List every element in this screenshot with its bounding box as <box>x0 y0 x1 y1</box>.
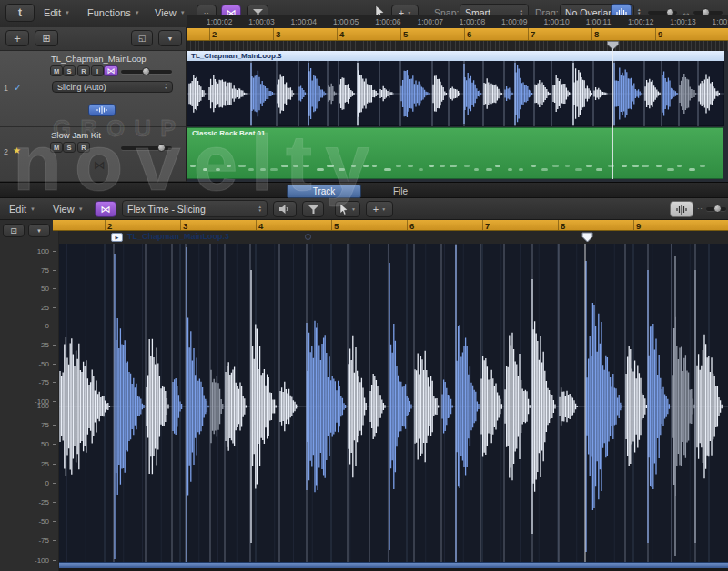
editor-pointer-tool-button[interactable]: ▼ <box>335 201 360 217</box>
chevron-down-icon: ▼ <box>180 10 186 15</box>
scale-label: 0 <box>25 479 49 487</box>
bar-tick <box>180 220 181 230</box>
track-button-r[interactable]: R <box>77 65 90 76</box>
scale-tick <box>53 540 56 541</box>
zoom-dots-icon: ∙∙ <box>697 205 703 213</box>
flex-mode-value: Slicing (Auto) <box>57 83 106 92</box>
menu-edit[interactable]: Edit▼ <box>44 7 70 18</box>
flex-icon: ⋈ <box>101 204 111 215</box>
audio-waveform[interactable] <box>187 61 724 126</box>
editor-filter-button[interactable] <box>302 201 324 217</box>
tab-track[interactable]: Track <box>287 185 361 198</box>
time-label: 1:00:11 <box>586 17 612 26</box>
scale-label: -50 <box>25 517 49 526</box>
add-track-button[interactable]: + <box>5 30 29 46</box>
editor-secondary-tool-button[interactable]: + ▼ <box>366 201 393 217</box>
bar-ruler[interactable]: 23456789 <box>187 28 728 41</box>
toolbar-button[interactable]: t <box>5 4 35 22</box>
bar-tick <box>633 220 634 230</box>
flex-slicing-mode-button[interactable] <box>88 104 116 116</box>
region-play-button[interactable]: ▶ <box>111 233 123 242</box>
menu-view-label: View <box>155 7 177 18</box>
menu-functions[interactable]: Functions▼ <box>87 7 140 18</box>
bar-tick <box>592 28 592 40</box>
pointer-tool-icon <box>339 204 349 215</box>
track-button-s[interactable]: S <box>63 65 76 76</box>
flex-enable-button[interactable]: ⋈ <box>104 65 118 76</box>
bar-number: 9 <box>658 29 662 39</box>
track-sort-button[interactable]: ◱ <box>131 30 153 46</box>
header-options-button[interactable]: ▼ <box>158 30 182 46</box>
track-button-s[interactable]: S <box>63 142 76 153</box>
scale-tick <box>53 502 56 503</box>
bar-number: 2 <box>107 221 112 231</box>
menu-functions-label: Functions <box>87 7 131 18</box>
scale-tick <box>53 364 56 365</box>
chevron-down-icon: ▼ <box>78 206 84 212</box>
track-button-r[interactable]: R <box>77 142 90 153</box>
track-number: 1 <box>4 84 8 93</box>
scale-label: -100 <box>25 556 49 565</box>
bar-number: 4 <box>339 29 344 39</box>
track-name[interactable]: Slow Jam Kit <box>51 130 101 140</box>
track1-volume-slider[interactable] <box>121 70 172 74</box>
scale-tick <box>53 444 56 445</box>
bar-tick <box>464 28 465 40</box>
slider-knob[interactable] <box>142 67 150 75</box>
scale-tick <box>53 425 56 426</box>
time-label: 1:00:13 <box>670 17 695 26</box>
bar-tick <box>256 220 257 230</box>
bar-number: 7 <box>531 29 535 39</box>
scale-label: 50 <box>25 285 49 293</box>
scale-label: 75 <box>25 421 49 429</box>
editor-flex-button[interactable]: ⋈ <box>95 201 116 217</box>
loop-circle-icon[interactable] <box>305 234 311 240</box>
updown-arrows-icon: ▲▼ <box>258 205 262 213</box>
bar-tick <box>482 220 483 230</box>
scale-label: -75 <box>25 536 49 545</box>
editor-zoom-slider[interactable] <box>706 207 726 211</box>
editor-waveform-zoom-button[interactable] <box>670 201 693 217</box>
scale-label: 50 <box>25 440 49 448</box>
scale-label: 100 <box>25 247 49 255</box>
flex-time-dropdown[interactable]: Flex Time - Slicing ▲▼ <box>122 200 268 217</box>
slider-knob[interactable] <box>713 205 722 213</box>
time-ruler[interactable]: 1:00:021:00:031:00:041:00:051:00:061:00:… <box>187 15 728 29</box>
track-button-i[interactable]: I <box>91 65 104 76</box>
duplicate-track-button[interactable]: ⊞ <box>35 30 58 46</box>
editor-menu-view[interactable]: View▼ <box>53 204 84 215</box>
editor-region-header[interactable]: ▶ TL_Chapman_MainLoop.3 <box>103 231 728 244</box>
slider-knob[interactable] <box>157 144 166 152</box>
editor-menu-view-label: View <box>53 204 75 215</box>
track-button-m[interactable]: M <box>50 65 63 76</box>
bar-tick <box>337 28 338 40</box>
midi-region[interactable]: Classic Rock Beat 01 <box>187 127 723 179</box>
editor-bar-ruler[interactable]: 23456789 <box>53 220 728 231</box>
catch-playhead-button[interactable]: ⊡ <box>3 224 25 237</box>
region-name: Classic Rock Beat 01 <box>192 129 266 137</box>
flex-time-value: Flex Time - Slicing <box>127 204 206 215</box>
funnel-icon <box>308 205 318 214</box>
scale-label: 25 <box>25 460 49 468</box>
scale-label: 75 <box>25 266 49 275</box>
editor-disclosure-button[interactable]: ▼ <box>28 224 50 237</box>
speaker-icon <box>279 205 290 214</box>
scale-tick <box>53 307 56 308</box>
flex-marker-handle[interactable] <box>581 232 593 243</box>
editor-menu-edit[interactable]: Edit▼ <box>9 204 35 215</box>
track-button-m[interactable]: M <box>50 142 63 153</box>
bar-number: 3 <box>183 221 187 231</box>
track-selected-check-icon[interactable]: ✓ <box>14 82 22 94</box>
flex-mode-dropdown[interactable]: Slicing (Auto) ▲▼ <box>52 81 173 93</box>
editor-waveform[interactable] <box>59 244 728 562</box>
logic-pro-window: t Edit▼ Functions▼ View▼ ∙∙ ⋈ + ▼ Snap: … <box>0 0 728 571</box>
scale-tick <box>53 251 56 252</box>
bar-number: 3 <box>276 29 280 39</box>
track2-volume-slider[interactable] <box>121 146 172 150</box>
menu-view[interactable]: View▼ <box>155 7 186 18</box>
audio-region-header[interactable]: TL_Chapman_MainLoop.3 <box>187 51 724 61</box>
bar-number: 5 <box>334 221 339 231</box>
tab-file[interactable]: File <box>363 185 438 198</box>
track-name[interactable]: TL_Chapman_MainLoop <box>51 54 147 64</box>
prelisten-button[interactable] <box>273 201 297 217</box>
